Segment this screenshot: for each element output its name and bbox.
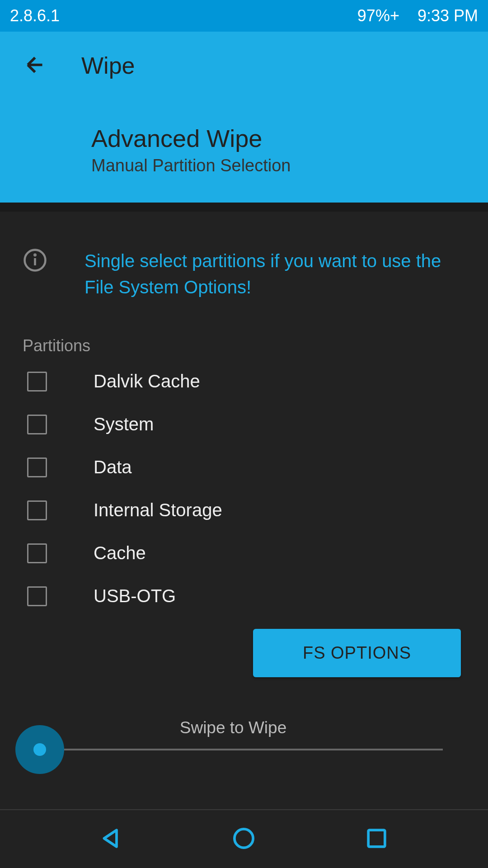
partition-row-dalvik[interactable]: Dalvik Cache [23, 371, 465, 392]
swipe-handle-dot [33, 743, 46, 756]
page-subheading: Manual Partition Selection [91, 156, 465, 175]
partition-row-usb-otg[interactable]: USB-OTG [23, 586, 465, 606]
partition-row-system[interactable]: System [23, 414, 465, 434]
checkbox-icon[interactable] [27, 500, 47, 520]
partition-row-data[interactable]: Data [23, 457, 465, 477]
svg-point-2 [34, 255, 35, 255]
back-arrow-icon[interactable] [23, 52, 47, 79]
content-area: Single select partitions if you want to … [0, 212, 488, 677]
page-heading: Advanced Wipe [91, 124, 465, 152]
app-header: Wipe Advanced Wipe Manual Partition Sele… [0, 32, 488, 203]
checkbox-icon[interactable] [27, 415, 47, 434]
battery-label: 97%+ [357, 6, 399, 25]
version-label: 2.8.6.1 [10, 6, 60, 25]
checkbox-icon[interactable] [27, 458, 47, 477]
swipe-handle[interactable] [15, 725, 64, 774]
svg-rect-4 [368, 830, 385, 847]
partition-row-cache[interactable]: Cache [23, 543, 465, 563]
nav-home-icon[interactable] [231, 826, 256, 853]
divider [0, 203, 488, 212]
partition-label: Cache [94, 543, 146, 563]
nav-bar [0, 809, 488, 868]
swipe-track[interactable] [23, 749, 443, 750]
info-icon [23, 248, 47, 274]
partition-label: System [94, 414, 154, 434]
checkbox-icon[interactable] [27, 586, 47, 606]
partitions-label: Partitions [23, 336, 465, 355]
info-row: Single select partitions if you want to … [23, 248, 465, 300]
checkbox-icon[interactable] [27, 543, 47, 563]
partition-label: Dalvik Cache [94, 371, 200, 392]
status-right: 97%+ 9:33 PM [357, 6, 478, 25]
nav-back-icon[interactable] [99, 826, 124, 853]
partition-row-internal-storage[interactable]: Internal Storage [23, 500, 465, 520]
time-label: 9:33 PM [418, 6, 478, 25]
swipe-label: Swipe to Wipe [23, 718, 443, 737]
header-top: Wipe [23, 52, 465, 79]
nav-recent-icon[interactable] [364, 826, 389, 853]
checkbox-icon[interactable] [27, 372, 47, 392]
svg-point-3 [235, 829, 253, 847]
partition-label: Data [94, 457, 132, 477]
partition-label: Internal Storage [94, 500, 222, 520]
fs-options-button[interactable]: FS OPTIONS [253, 629, 461, 677]
status-bar: 2.8.6.1 97%+ 9:33 PM [0, 0, 488, 32]
swipe-to-wipe: Swipe to Wipe [23, 718, 443, 750]
page-title: Wipe [81, 52, 135, 79]
partition-label: USB-OTG [94, 586, 176, 606]
header-subtitle-block: Advanced Wipe Manual Partition Selection [23, 124, 465, 175]
info-text: Single select partitions if you want to … [84, 248, 465, 300]
